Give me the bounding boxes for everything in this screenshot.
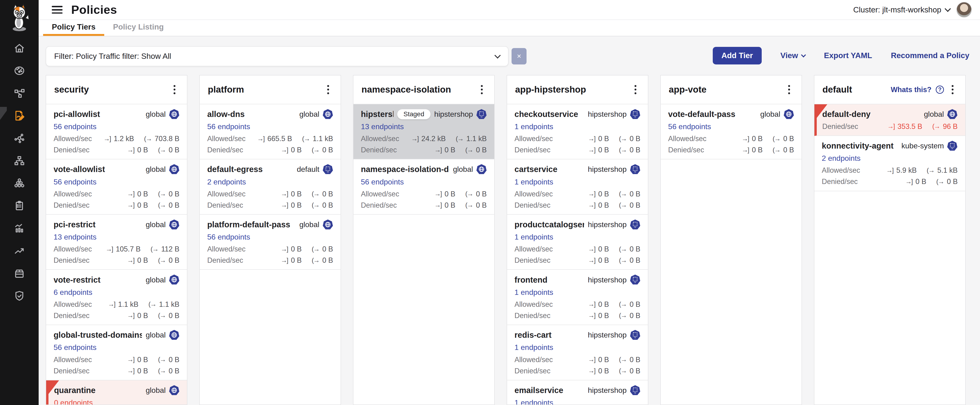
policy-card[interactable]: checkoutservice hipstershop 1 endpoints … <box>507 104 648 159</box>
policy-card[interactable]: productcatalogservice hipstershop 1 endp… <box>507 215 648 270</box>
chevron-down-icon <box>801 53 806 57</box>
policy-card[interactable]: redis-cart hipstershop 1 endpoints Allow… <box>507 325 648 380</box>
nav-dashboard-icon[interactable] <box>0 59 39 82</box>
endpoints-link[interactable]: 1 endpoints <box>515 343 553 352</box>
endpoints-link[interactable]: 1 endpoints <box>515 288 553 297</box>
policy-name: hipstershop-gh… <box>361 110 393 119</box>
endpoints-link[interactable]: 56 endpoints <box>361 178 404 187</box>
export-yaml-button[interactable]: Export YAML <box>824 51 872 60</box>
nav-nodes-icon[interactable] <box>0 149 39 172</box>
nav-service-graph-icon[interactable] <box>0 127 39 149</box>
policy-name: konnectivity-agent <box>822 141 894 150</box>
policy-card[interactable]: cartservice hipstershop 1 endpoints Allo… <box>507 159 648 215</box>
clear-filter-button[interactable]: × <box>512 48 527 64</box>
global-scope-badge-icon <box>169 109 180 120</box>
inbound-arrow-icon: →] <box>127 201 134 209</box>
policy-card-selected[interactable]: hipstershop-gh… Staged hipstershop 13 en… <box>353 104 494 159</box>
kebab-menu-icon[interactable] <box>477 83 486 96</box>
endpoints-link[interactable]: 2 endpoints <box>207 178 246 187</box>
inbound-arrow-icon: →] <box>127 146 134 154</box>
denied-in-value: 0 B <box>137 146 148 154</box>
calico-cat-logo <box>8 3 31 32</box>
endpoints-link[interactable]: 56 endpoints <box>207 122 250 131</box>
policy-card-quarantine-alert[interactable]: quarantine global 0 endpoints <box>46 380 187 405</box>
nav-trends-icon[interactable] <box>0 239 39 262</box>
nav-home-icon[interactable] <box>0 37 39 59</box>
endpoints-link[interactable]: 1 endpoints <box>515 178 553 187</box>
kebab-menu-icon[interactable] <box>785 83 793 96</box>
policy-card[interactable]: vote-restrict global 6 endpoints Allowed… <box>46 270 187 325</box>
tab-policy-listing[interactable]: Policy Listing <box>104 20 172 36</box>
inbound-arrow-icon: →] <box>588 257 595 264</box>
inbound-arrow-icon: →] <box>588 146 595 154</box>
endpoints-link[interactable]: 1 endpoints <box>515 399 553 405</box>
nav-compliance-reports-icon[interactable] <box>0 194 39 217</box>
policy-card[interactable]: pci-restrict global 13 endpoints Allowed… <box>46 215 187 270</box>
endpoints-link[interactable]: 0 endpoints <box>54 399 93 405</box>
scope-label: global <box>146 331 165 340</box>
endpoints-link[interactable]: 13 endpoints <box>54 233 97 241</box>
endpoints-link[interactable]: 56 endpoints <box>54 122 97 131</box>
inbound-arrow-icon: →] <box>434 201 441 209</box>
policy-traffic-filter-dropdown[interactable]: Filter: Policy Traffic filter: Show All <box>46 46 509 66</box>
help-circle-icon[interactable]: ? <box>936 86 944 94</box>
inbound-arrow-icon: →] <box>588 312 595 319</box>
endpoints-link[interactable]: 56 endpoints <box>207 233 250 241</box>
policy-card[interactable]: default-egress default 2 endpoints Allow… <box>200 159 340 215</box>
policy-card[interactable]: allow-dns global 56 endpoints Allowed/se… <box>200 104 340 159</box>
tier-column-namespace-isolation: namespace-isolation hipstershop-gh… Stag… <box>353 75 495 405</box>
view-menu-button[interactable]: View <box>780 51 805 60</box>
policy-name: global-trusted-domains <box>54 330 142 340</box>
hamburger-menu-icon[interactable] <box>52 6 62 14</box>
recommend-policy-button[interactable]: Recommend a Policy <box>891 51 969 60</box>
inbound-arrow-icon: →] <box>281 246 288 253</box>
policy-card[interactable]: frontend hipstershop 1 endpoints Allowed… <box>507 270 648 325</box>
scope-label: global <box>146 165 165 174</box>
policy-card-default-deny-alert[interactable]: default-deny global Denied/sec →]353.5 B… <box>815 104 965 136</box>
policy-card[interactable]: global-trusted-domains global 56 endpoin… <box>46 325 187 380</box>
allowed-per-sec-row: Allowed/sec →]0 B(→0 B <box>515 245 640 254</box>
cluster-selector[interactable]: Cluster: jlt-msft-workshop <box>853 5 950 14</box>
inbound-arrow-icon: →] <box>127 312 134 319</box>
endpoints-link[interactable]: 56 endpoints <box>54 178 97 187</box>
policy-card[interactable]: vote-allowlist global 56 endpoints Allow… <box>46 159 187 215</box>
policy-card[interactable]: namespace-isolation-default-p… global 56… <box>353 159 494 215</box>
policy-card[interactable]: konnectivity-agent kube-system 2 endpoin… <box>815 136 965 191</box>
whats-this-link[interactable]: Whats this? <box>891 86 932 94</box>
endpoints-link[interactable]: 1 endpoints <box>515 122 553 131</box>
inbound-arrow-icon: →] <box>588 367 595 375</box>
add-tier-button[interactable]: Add Tier <box>713 47 762 64</box>
endpoints-link[interactable]: 56 endpoints <box>54 343 97 352</box>
policy-card[interactable]: vote-default-pass global 56 endpoints Al… <box>661 104 802 159</box>
nav-alerts-metrics-icon[interactable] <box>0 217 39 239</box>
endpoints-link[interactable]: 13 endpoints <box>361 122 404 131</box>
tab-policy-tiers[interactable]: Policy Tiers <box>43 20 104 36</box>
outbound-arrow-icon: (→ <box>312 246 319 253</box>
nav-threat-defense-icon[interactable] <box>0 284 39 307</box>
endpoints-link[interactable]: 2 endpoints <box>822 154 861 163</box>
endpoints-link[interactable]: 6 endpoints <box>54 288 92 297</box>
policy-name: vote-default-pass <box>668 110 735 119</box>
allowed-per-sec-row: Allowed/sec →]0 B(→0 B <box>207 190 333 198</box>
endpoints-link[interactable]: 1 endpoints <box>515 233 553 241</box>
user-avatar[interactable] <box>956 2 972 18</box>
nav-policies-icon[interactable] <box>0 104 39 127</box>
endpoints-link[interactable]: 56 endpoints <box>668 122 711 131</box>
nav-endpoints-icon[interactable] <box>0 172 39 194</box>
kebab-menu-icon[interactable] <box>948 83 957 96</box>
tier-name: app-hipstershop <box>515 85 631 95</box>
nav-packages-icon[interactable] <box>0 262 39 284</box>
inbound-arrow-icon: →] <box>281 257 288 264</box>
kebab-menu-icon[interactable] <box>324 83 332 96</box>
tier-name: app-vote <box>669 85 785 95</box>
kebab-menu-icon[interactable] <box>631 83 640 96</box>
policy-card[interactable]: pci-allowlist global 56 endpoints Allowe… <box>46 104 187 159</box>
allowed-per-sec-row: Allowed/sec →]0 B(→0 B <box>515 356 640 364</box>
kebab-menu-icon[interactable] <box>170 83 179 96</box>
nav-network-sets-icon[interactable] <box>0 82 39 104</box>
outbound-arrow-icon: (→ <box>456 135 463 142</box>
policy-card[interactable]: emailservice hipstershop 1 endpoints All… <box>507 380 648 405</box>
inbound-arrow-icon: →] <box>588 135 595 142</box>
policy-card[interactable]: platform-default-pass global 56 endpoint… <box>200 215 340 270</box>
allowed-per-sec-row: Allowed/sec →]0 B(→0 B <box>361 190 487 198</box>
